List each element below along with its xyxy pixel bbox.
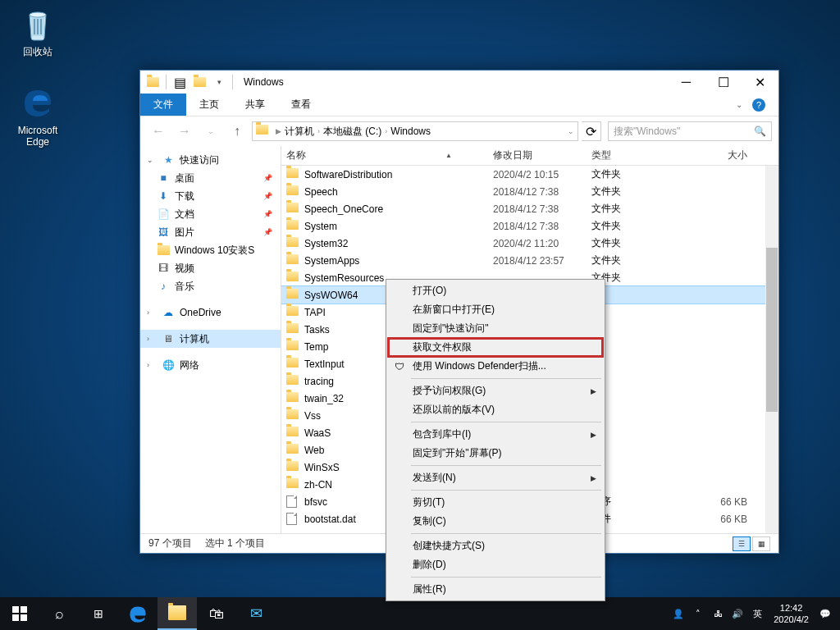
breadcrumb-folder[interactable]: Windows: [389, 126, 432, 137]
tray-volume-icon[interactable]: 🔊: [728, 597, 747, 630]
nav-downloads[interactable]: ⬇下载📌: [140, 187, 281, 205]
ctx-properties[interactable]: 属性(R): [388, 580, 603, 599]
nav-pictures[interactable]: 🖼图片📌: [140, 223, 281, 241]
tab-home[interactable]: 主页: [186, 94, 232, 116]
col-size-header[interactable]: 大小: [690, 148, 747, 162]
search-button[interactable]: ⌕: [39, 597, 79, 630]
file-type: 文件夹: [591, 236, 690, 250]
chevron-right-icon: ▶: [591, 387, 596, 395]
nav-music[interactable]: ♪音乐: [140, 277, 281, 295]
tray-network-icon[interactable]: 🖧: [708, 597, 728, 630]
nav-computer[interactable]: ›🖥计算机: [140, 330, 281, 348]
ctx-open-new-window[interactable]: 在新窗口中打开(E): [388, 300, 603, 319]
title-bar[interactable]: ▤ ▾ Windows ─ ☐ ✕: [140, 71, 778, 94]
file-row[interactable]: Speech_OneCore2018/4/12 7:38文件夹: [281, 200, 778, 217]
edge-icon[interactable]: Microsoft Edge: [7, 82, 69, 148]
task-view-button[interactable]: ⊞: [79, 597, 118, 630]
breadcrumb-dropdown-icon[interactable]: ⌄: [568, 127, 574, 135]
nav-videos[interactable]: 🎞视频: [140, 259, 281, 277]
tray-notifications-icon[interactable]: 💬: [815, 597, 835, 630]
refresh-button[interactable]: ⟳: [582, 121, 601, 141]
file-type: 夹: [591, 357, 690, 371]
nav-win10-install[interactable]: Windows 10安装S: [140, 241, 281, 259]
start-button[interactable]: [0, 597, 39, 630]
ctx-grant-access[interactable]: 授予访问权限(G)▶: [388, 381, 603, 400]
file-name: Speech_OneCore: [304, 203, 493, 215]
nav-network[interactable]: ›🌐网络: [140, 356, 281, 374]
file-type: 文件夹: [591, 202, 690, 216]
ctx-copy[interactable]: 复制(C): [388, 512, 603, 531]
nav-desktop[interactable]: ■桌面📌: [140, 169, 281, 187]
qat-folder-icon[interactable]: [190, 73, 208, 91]
search-input[interactable]: 搜索"Windows" 🔍: [608, 121, 772, 141]
col-type-header[interactable]: 类型: [591, 148, 690, 162]
tray-people-icon[interactable]: 👤: [669, 597, 688, 630]
qat-props-icon[interactable]: ▤: [171, 73, 189, 91]
close-button[interactable]: ✕: [742, 71, 778, 94]
col-date-header[interactable]: 修改日期: [493, 148, 591, 162]
file-name: SystemApps: [304, 255, 493, 267]
nav-history-button[interactable]: ⌄: [199, 120, 222, 143]
maximize-button[interactable]: ☐: [705, 71, 742, 94]
nav-onedrive[interactable]: ›☁OneDrive: [140, 304, 281, 322]
ctx-restore-prev[interactable]: 还原以前的版本(V): [388, 400, 603, 419]
ctx-open[interactable]: 打开(O): [388, 281, 603, 300]
tb-explorer[interactable]: [158, 597, 197, 630]
ribbon-expand[interactable]: ⌄?: [723, 94, 778, 116]
search-placeholder: 搜索"Windows": [614, 125, 680, 139]
ctx-delete[interactable]: 删除(D): [388, 555, 603, 574]
view-details-button[interactable]: ☰: [733, 536, 751, 551]
help-icon[interactable]: ?: [752, 98, 765, 112]
tb-store[interactable]: 🛍: [197, 597, 236, 630]
tab-view[interactable]: 查看: [278, 94, 324, 116]
file-row[interactable]: SystemApps2018/4/12 23:57文件夹: [281, 252, 778, 269]
col-name-header[interactable]: 名称▲: [286, 148, 493, 162]
file-date: 2020/4/2 10:15: [493, 169, 591, 180]
tab-share[interactable]: 共享: [232, 94, 278, 116]
file-type: 夹: [591, 443, 690, 457]
file-type: 夹: [591, 288, 690, 302]
ctx-pin-start[interactable]: 固定到"开始"屏幕(P): [388, 444, 603, 463]
file-row[interactable]: SoftwareDistribution2020/4/2 10:15文件夹: [281, 166, 778, 183]
ctx-cut[interactable]: 剪切(T): [388, 493, 603, 512]
nav-forward-button[interactable]: →: [173, 120, 196, 143]
tab-file[interactable]: 文件: [140, 94, 186, 116]
qat-dropdown-icon[interactable]: ▾: [210, 73, 228, 91]
tb-mail[interactable]: ✉: [236, 597, 276, 630]
file-type: 夹: [591, 460, 690, 474]
tray-up-icon[interactable]: ˄: [688, 597, 708, 630]
tray-ime[interactable]: 英: [747, 597, 767, 630]
file-row[interactable]: Speech2018/4/12 7:38文件夹: [281, 183, 778, 200]
ctx-get-permission[interactable]: 获取文件权限: [388, 338, 603, 357]
ctx-defender-scan[interactable]: 🛡使用 Windows Defender扫描...: [388, 357, 603, 376]
scrollbar-thumb[interactable]: [766, 248, 778, 412]
edge-label: Microsoft Edge: [7, 125, 69, 148]
folder-icon: [286, 478, 299, 491]
breadcrumb-drive[interactable]: 本地磁盘 (C:): [322, 125, 383, 139]
nav-back-button[interactable]: ←: [147, 120, 170, 143]
file-name: Speech: [304, 186, 493, 198]
sort-up-icon: ▲: [445, 152, 452, 159]
tb-edge[interactable]: [118, 597, 158, 630]
ribbon-tabs: 文件 主页 共享 查看 ⌄?: [140, 94, 778, 116]
tray-clock[interactable]: 12:42 2020/4/2: [767, 602, 815, 625]
chevron-right-icon[interactable]: ▶: [276, 127, 281, 135]
file-type: 夹: [591, 374, 690, 388]
ctx-pin-quick[interactable]: 固定到"快速访问": [388, 319, 603, 338]
breadcrumb-computer[interactable]: 计算机: [283, 125, 316, 139]
recycle-bin-icon[interactable]: 回收站: [7, 3, 69, 57]
ctx-send-to[interactable]: 发送到(N)▶: [388, 468, 603, 487]
breadcrumb[interactable]: ▶ 计算机 › 本地磁盘 (C:) › Windows ⌄: [252, 121, 578, 141]
app-folder-icon: [144, 73, 162, 91]
scrollbar[interactable]: [765, 166, 778, 533]
nav-up-button[interactable]: ↑: [226, 120, 249, 143]
nav-quick-access[interactable]: ⌄★快速访问: [140, 151, 281, 169]
file-row[interactable]: System322020/4/2 11:20文件夹: [281, 235, 778, 252]
ctx-include-lib[interactable]: 包含到库中(I)▶: [388, 425, 603, 444]
file-date: 2018/4/12 7:38: [493, 186, 591, 198]
view-grid-button[interactable]: ▦: [752, 536, 770, 551]
file-row[interactable]: System2018/4/12 7:38文件夹: [281, 217, 778, 235]
ctx-shortcut[interactable]: 创建快捷方式(S): [388, 536, 603, 555]
nav-documents[interactable]: 📄文档📌: [140, 205, 281, 223]
minimize-button[interactable]: ─: [668, 71, 705, 94]
